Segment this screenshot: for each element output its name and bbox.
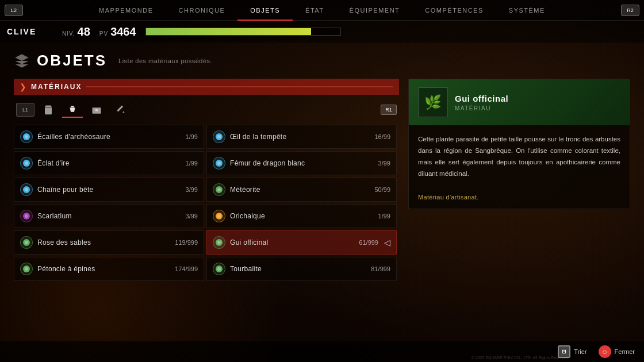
item-icon — [213, 157, 225, 170]
filter-tabs: L1 — [14, 102, 399, 118]
svg-point-12 — [217, 188, 221, 191]
item-name: Météorite — [230, 186, 370, 194]
svg-point-14 — [25, 214, 28, 218]
item-icon — [213, 183, 225, 196]
close-button[interactable]: ○ — [599, 345, 611, 358]
item-name: Rose des sables — [37, 238, 170, 247]
item-name: Fémur de dragon blanc — [230, 159, 374, 167]
page-subtitle: Liste des matériaux possédés. — [118, 57, 212, 64]
list-item[interactable]: Chaîne pour bête 3/99 — [14, 178, 204, 202]
hp-value: 3464 — [110, 25, 136, 38]
left-panel: ❯ MATÉRIAUX L1 — [14, 79, 399, 281]
svg-point-6 — [25, 161, 28, 165]
page-title: OBJETS — [37, 52, 107, 70]
list-item[interactable]: Pétoncle à épines 174/999 — [14, 257, 204, 281]
nav-tab-systeme[interactable]: SYSTÈME — [496, 0, 558, 21]
svg-point-16 — [217, 214, 221, 218]
level-label: NIV. — [62, 30, 75, 37]
item-count: 3/99 — [378, 160, 390, 167]
detail-item-icon: 🌿 — [418, 87, 448, 117]
nav-tab-mappemonde[interactable]: MAPPEMONDE — [86, 0, 166, 21]
close-action[interactable]: ○ Fermer — [599, 345, 635, 358]
item-icon — [20, 236, 33, 249]
svg-point-2 — [25, 135, 28, 138]
list-item[interactable]: Écailles d'archéosaure 1/99 — [14, 125, 204, 149]
filter-weapon-icon[interactable] — [110, 102, 131, 118]
filter-chest-icon[interactable] — [86, 102, 107, 118]
item-count: 1/99 — [186, 160, 198, 167]
item-icon — [20, 210, 33, 222]
item-count: 3/99 — [186, 186, 198, 193]
r2-button[interactable]: R2 — [621, 5, 639, 16]
item-name: Chaîne pour bête — [37, 186, 181, 194]
item-name: Gui officinal — [230, 238, 354, 247]
filter-all-icon[interactable] — [38, 102, 59, 118]
item-icon — [213, 130, 225, 143]
copyright: © 2023 SQUARE ENIX CO., LTD. All Rights … — [471, 356, 569, 360]
page-content: OBJETS Liste des matériaux possédés. ❯ M… — [0, 43, 644, 290]
item-icon — [20, 130, 33, 143]
svg-point-20 — [217, 241, 221, 244]
item-count: 3/99 — [186, 213, 198, 219]
main-layout: ❯ MATÉRIAUX L1 — [14, 79, 630, 281]
list-item[interactable]: Œil de la tempête 16/99 — [206, 125, 397, 149]
nav-tab-etat[interactable]: ÉTAT — [293, 0, 336, 21]
svg-point-18 — [25, 241, 28, 244]
nav-tabs: MAPPEMONDECHRONIQUEOBJETSÉTATÉQUIPEMENTC… — [28, 0, 616, 21]
item-name: Scarlatium — [37, 212, 181, 220]
item-name: Tourbalite — [230, 265, 366, 273]
detail-panel: 🌿 Gui officinal MATÉRIAU Cette plante pa… — [408, 79, 630, 281]
selected-arrow: ◁ — [384, 238, 390, 247]
svg-point-8 — [217, 161, 221, 165]
list-item[interactable]: Tourbalite 81/999 — [206, 257, 397, 281]
list-item[interactable]: Éclat d'ire 1/99 — [14, 151, 204, 175]
item-count: 119/999 — [175, 239, 198, 246]
list-item[interactable]: Rose des sables 119/999 — [14, 230, 204, 255]
list-item[interactable]: Fémur de dragon blanc 3/99 — [206, 151, 397, 175]
item-icon — [213, 263, 225, 275]
detail-description: Cette plante parasite de petite taille p… — [409, 125, 630, 188]
hp-bar-container — [145, 28, 341, 36]
list-item[interactable]: Gui officinal 61/999 ◁ — [206, 230, 397, 255]
item-count: 81/999 — [371, 265, 390, 272]
svg-point-24 — [217, 267, 221, 271]
l1-filter-button[interactable]: L1 — [16, 103, 34, 117]
item-icon — [213, 236, 225, 249]
item-icon — [20, 157, 33, 170]
item-count: 16/99 — [374, 133, 390, 140]
category-bar-fill — [86, 86, 393, 87]
item-count: 50/99 — [374, 186, 390, 193]
item-name: Œil de la tempête — [230, 133, 370, 141]
item-icon — [20, 263, 33, 275]
item-icon — [20, 183, 33, 196]
r1-filter-button[interactable]: R1 — [381, 105, 397, 115]
nav-tab-objets[interactable]: OBJETS — [237, 0, 293, 21]
item-name: Éclat d'ire — [37, 159, 181, 167]
category-name: MATÉRIAUX — [31, 83, 82, 91]
top-navigation: L2 MAPPEMONDECHRONIQUEOBJETSÉTATÉQUIPEME… — [0, 0, 644, 21]
detail-card: 🌿 Gui officinal MATÉRIAU Cette plante pa… — [408, 79, 630, 209]
sort-label: Trier — [574, 348, 586, 355]
svg-point-22 — [25, 267, 28, 271]
list-item[interactable]: Orichalque 1/99 — [206, 204, 397, 228]
hp-label: PV — [99, 30, 108, 37]
detail-header: 🌿 Gui officinal MATÉRIAU — [409, 79, 630, 125]
svg-point-10 — [25, 188, 28, 191]
item-name: Écailles d'archéosaure — [37, 133, 181, 141]
item-count: 61/999 — [359, 239, 378, 246]
item-count: 1/99 — [186, 133, 198, 140]
detail-item-name: Gui officinal — [455, 94, 508, 103]
list-item[interactable]: Météorite 50/99 — [206, 178, 397, 202]
item-count: 174/999 — [175, 265, 198, 272]
l2-button[interactable]: L2 — [5, 5, 23, 16]
filter-materials-icon[interactable] — [62, 102, 83, 118]
nav-tab-chronique[interactable]: CHRONIQUE — [166, 0, 238, 21]
character-level: NIV. 48 — [62, 25, 90, 38]
character-hp: PV 3464 — [99, 25, 136, 38]
nav-tab-equipement[interactable]: ÉQUIPEMENT — [337, 0, 413, 21]
nav-tab-competences[interactable]: COMPÉTENCES — [412, 0, 496, 21]
character-bar: CLIVE NIV. 48 PV 3464 — [0, 21, 644, 43]
list-item[interactable]: Scarlatium 3/99 — [14, 204, 204, 228]
items-grid: Écailles d'archéosaure 1/99 Œil de la te… — [14, 125, 399, 281]
page-header: OBJETS Liste des matériaux possédés. — [14, 52, 630, 70]
